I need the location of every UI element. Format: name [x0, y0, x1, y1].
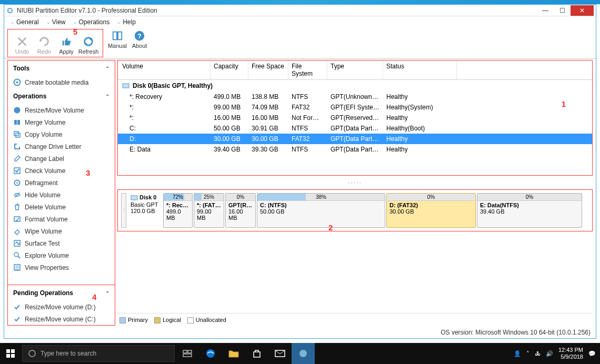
op-format[interactable]: Format Volume — [8, 213, 115, 225]
store-button[interactable] — [245, 343, 268, 364]
col-capacity[interactable]: Capacity — [211, 60, 248, 79]
disk-header-row[interactable]: Disk 0(Basic GPT, Healthy) — [118, 80, 592, 92]
resize-handle-dots[interactable]: ····· — [117, 176, 593, 189]
pending-item-c[interactable]: Resize/Move volume (C:) — [8, 313, 115, 325]
col-volume[interactable]: Volume — [118, 60, 211, 79]
tools-header[interactable]: Tools ⌃ — [8, 60, 115, 76]
format-icon — [13, 215, 21, 223]
partition-block[interactable]: 0% D: (FAT32)30.00 GB — [386, 193, 476, 228]
taskbar-clock[interactable]: 12:43 PM 5/9/2018 — [558, 347, 583, 360]
explorer-button[interactable] — [222, 343, 245, 364]
refresh-icon — [83, 36, 94, 47]
operations-header[interactable]: Operations ⌃ — [8, 88, 115, 104]
partition-usage-bar: 0% — [387, 194, 475, 201]
partition-usage-bar: 72% — [164, 194, 192, 201]
op-merge[interactable]: Merge Volume — [8, 116, 115, 128]
cell: 39.40 GB — [211, 145, 248, 154]
tray-chevron-icon[interactable]: ˄ — [526, 350, 529, 357]
svg-point-5 — [16, 82, 18, 84]
about-button[interactable]: ? About — [128, 30, 151, 49]
apply-button[interactable]: Apply — [55, 31, 77, 55]
notifications-button[interactable]: 💬 — [588, 350, 596, 357]
op-defrag[interactable]: Defragment — [8, 177, 115, 189]
menu-operations[interactable]: ⌄Operations — [70, 17, 113, 27]
desktop-background — [0, 0, 600, 4]
pending-header[interactable]: Pending Operations ⌃ — [8, 285, 115, 301]
partition-label: D: (FAT32) — [389, 202, 473, 208]
check-icon — [13, 303, 21, 311]
op-label[interactable]: Change Label — [8, 153, 115, 165]
close-button[interactable]: ✕ — [571, 5, 594, 16]
thumbs-up-icon — [61, 36, 72, 47]
op-copy[interactable]: Copy Volume — [8, 128, 115, 140]
disc-icon — [13, 78, 21, 86]
col-fs[interactable]: File System — [288, 60, 327, 79]
menu-general[interactable]: ⌄General — [7, 17, 42, 27]
tray-people-icon[interactable]: 👤 — [514, 350, 521, 357]
col-status[interactable]: Status — [383, 60, 457, 79]
start-button[interactable] — [0, 343, 21, 364]
menubar: ⌄General ⌄View ⌄Operations ⌄Help — [4, 16, 596, 28]
svg-rect-9 — [14, 132, 18, 136]
col-free[interactable]: Free Space — [248, 60, 288, 79]
diskmap-drag-handle[interactable]: ⋮ — [121, 193, 126, 228]
task-view-button[interactable] — [176, 343, 199, 364]
legend-unallocated: Unallocated — [187, 317, 226, 323]
cell: NTFS — [288, 93, 327, 101]
volume-row[interactable]: *: Recovery499.0 MB138.8 MBNTFSGPT(Unkno… — [118, 92, 592, 102]
op-hide[interactable]: Hide Volume — [8, 189, 115, 201]
taskbar: Type here to search 👤 ˄ 🖧 🔊 12:43 PM 5/9… — [0, 343, 600, 364]
op-wipe[interactable]: Wipe Volume — [8, 225, 115, 237]
active-app-button[interactable] — [292, 343, 315, 364]
pending-item-d[interactable]: Resize/Move volume (D:) — [8, 301, 115, 313]
volume-row[interactable]: *:16.00 MB16.00 MBNot Forma...GPT(Reserv… — [118, 113, 592, 123]
edge-button[interactable] — [199, 343, 222, 364]
minimize-button[interactable]: — — [537, 5, 554, 16]
svg-point-29 — [29, 350, 35, 357]
book-icon — [112, 30, 123, 42]
eraser-icon — [13, 227, 21, 235]
svg-rect-25 — [6, 349, 10, 353]
statusbar: OS version: Microsoft Windows 10 64-bit … — [4, 327, 596, 338]
col-type[interactable]: Type — [327, 60, 383, 79]
mail-button[interactable] — [268, 343, 292, 364]
tray-network-icon[interactable]: 🖧 — [535, 350, 541, 357]
cell: GPT(Data Partiti... — [327, 145, 383, 154]
op-delete[interactable]: Delete Volume — [8, 201, 115, 213]
surface-icon — [13, 239, 21, 247]
cell: *: — [118, 103, 211, 112]
partition-block[interactable]: 38% C: (NTFS)50.00 GB — [257, 193, 385, 228]
op-resize[interactable]: Resize/Move Volume — [8, 104, 115, 116]
store-icon — [252, 349, 262, 358]
redo-button[interactable]: Redo — [33, 31, 55, 55]
svg-rect-24 — [131, 196, 137, 200]
partition-block[interactable]: 0% GPT(Res...16.00 MB — [225, 193, 256, 228]
op-surface[interactable]: Surface Test — [8, 237, 115, 249]
taskbar-search[interactable]: Type here to search — [22, 345, 175, 362]
undo-button[interactable]: Undo — [11, 31, 33, 55]
window-title: NIUBI Partition Editor v7.1.0 - Professi… — [17, 7, 537, 14]
op-properties[interactable]: View Properties — [8, 261, 115, 274]
partition-block[interactable]: 0% E: Data(NTFS)39.40 GB — [477, 193, 582, 228]
volume-row[interactable]: *:99.00 MB74.09 MBFAT32GPT(EFI System ..… — [118, 102, 592, 113]
app-icon — [6, 7, 14, 14]
cell: *: Recovery — [118, 93, 211, 101]
cell: 30.91 GB — [248, 124, 288, 133]
partition-block[interactable]: 72% *: Recov...499.0 MB — [163, 193, 193, 228]
maximize-button[interactable]: ☐ — [554, 5, 571, 16]
partition-block[interactable]: 25% *: (FAT32)99.00 MB — [194, 193, 224, 228]
op-explore[interactable]: Explore Volume — [8, 249, 115, 261]
op-check[interactable]: Check Volume — [8, 165, 115, 177]
volume-row[interactable]: C:50.00 GB30.91 GBNTFSGPT(Data Partiti..… — [118, 123, 592, 134]
volume-row[interactable]: E: Data39.40 GB39.30 GBNTFSGPT(Data Part… — [118, 144, 592, 155]
volume-row[interactable]: D:30.00 GB30.00 GBFAT32GPT(Data Partiti.… — [118, 134, 592, 144]
tool-bootable-media[interactable]: Create bootable media — [8, 76, 115, 88]
op-letter[interactable]: Change Drive Letter — [8, 140, 115, 153]
menu-help[interactable]: ⌄Help — [114, 17, 139, 27]
menu-view[interactable]: ⌄View — [43, 17, 69, 27]
tray-volume-icon[interactable]: 🔊 — [546, 350, 553, 357]
partition-label: E: Data(NTFS) — [480, 202, 579, 208]
volume-grid: Volume Capacity Free Space File System T… — [117, 60, 593, 176]
manual-button[interactable]: Manual — [106, 30, 128, 49]
refresh-button[interactable]: Refresh — [77, 31, 99, 55]
